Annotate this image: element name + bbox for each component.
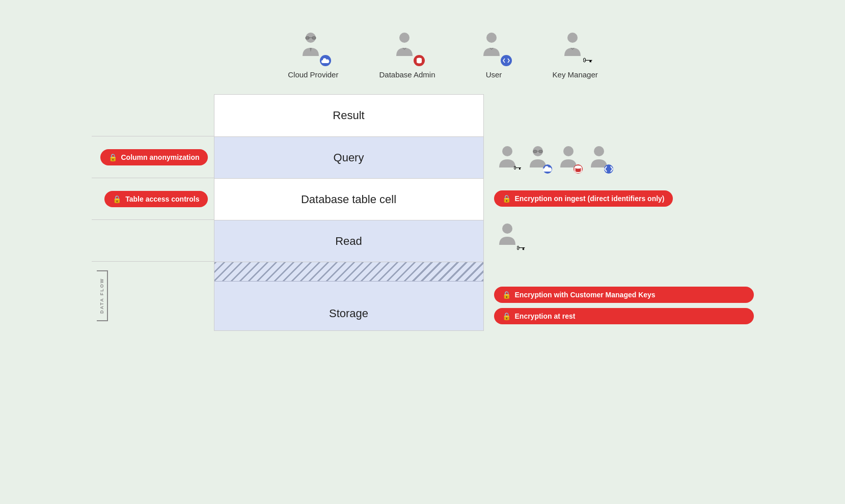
encryption-at-rest-label: Encryption at rest — [515, 312, 576, 320]
diagram-container: Cloud Provider Database Admin — [92, 31, 754, 473]
result-label: Result — [333, 109, 364, 122]
encryption-at-rest-badge: 🔒 Encryption at rest — [494, 308, 754, 324]
left-read — [92, 219, 214, 261]
dataflow-bracket: DATA FLOW — [97, 262, 108, 330]
persona-key-manager: 🗝 Key Manager — [553, 31, 598, 79]
table-access-label: Table access controls — [125, 195, 199, 203]
center-storage: Storage — [214, 262, 483, 330]
svg-rect-2 — [312, 37, 316, 39]
persona-cloud-provider: Cloud Provider — [288, 31, 338, 79]
svg-point-14 — [575, 165, 581, 169]
query-persona-code — [586, 144, 612, 174]
read-persona-key: 🗝 — [494, 221, 525, 255]
read-label: Read — [335, 235, 362, 248]
table-access-badge: 🔒 Table access controls — [104, 191, 207, 207]
left-result — [92, 94, 214, 136]
query-persona-cloud — [525, 144, 551, 174]
right-storage: 🔒 Encryption with Customer Managed Keys … — [494, 261, 754, 330]
encryption-ingest-label: Encryption on ingest (direct identifiers… — [515, 194, 665, 203]
persona-cloud-provider-icon — [295, 31, 331, 66]
encryption-customer-keys-label: Encryption with Customer Managed Keys — [515, 291, 656, 299]
svg-point-13 — [563, 146, 574, 156]
left-storage: DATA FLOW — [92, 261, 214, 330]
query-persona-key: 🗝 — [494, 144, 521, 174]
persona-key-manager-label: Key Manager — [553, 70, 598, 79]
dataflow-label: DATA FLOW — [97, 270, 108, 321]
dbcell-label: Database table cell — [301, 193, 396, 206]
diagram-rows: 🔒 Column anonymization 🔒 Table access co… — [92, 94, 754, 331]
right-query: 🗝 — [494, 136, 754, 178]
center-dbcell: Database table cell — [214, 178, 483, 220]
encryption-ingest-badge: 🔒 Encryption on ingest (direct identifie… — [494, 190, 673, 207]
column-anonymization-label: Column anonymization — [121, 153, 200, 161]
svg-point-15 — [594, 146, 604, 156]
svg-point-6 — [486, 33, 497, 43]
left-dbcell: 🔒 Table access controls — [92, 178, 214, 219]
svg-rect-1 — [306, 37, 309, 39]
query-label: Query — [334, 151, 364, 164]
svg-rect-11 — [539, 150, 542, 153]
lock-icon-col: 🔒 — [108, 153, 117, 161]
left-col: 🔒 Column anonymization 🔒 Table access co… — [92, 94, 214, 331]
key-badge: 🗝 — [583, 54, 593, 66]
right-dbcell: 🔒 Encryption on ingest (direct identifie… — [494, 178, 754, 219]
center-col: Result Query Database table cell Read St… — [214, 94, 484, 331]
persona-user-icon — [476, 31, 512, 66]
svg-point-8 — [502, 146, 512, 156]
persona-db-admin-icon — [389, 31, 425, 66]
center-query: Query — [214, 136, 483, 178]
right-col: 🗝 — [484, 94, 754, 331]
svg-point-7 — [567, 33, 578, 43]
lock-icon-ingest: 🔒 — [502, 194, 511, 203]
hatch-overlay — [214, 262, 483, 282]
personas-top: Cloud Provider Database Admin — [92, 31, 754, 79]
encryption-customer-keys-badge: 🔒 Encryption with Customer Managed Keys — [494, 287, 754, 303]
db-badge — [414, 55, 425, 66]
svg-point-16 — [502, 223, 512, 234]
storage-label: Storage — [329, 307, 368, 320]
svg-point-4 — [399, 33, 410, 43]
code-badge — [501, 55, 512, 66]
right-result — [494, 94, 754, 136]
lock-icon-cmk: 🔒 — [502, 291, 511, 299]
query-persona-db — [555, 144, 582, 174]
persona-user-label: User — [486, 70, 502, 79]
left-query: 🔒 Column anonymization — [92, 136, 214, 178]
persona-user: User — [476, 31, 512, 79]
persona-cloud-provider-label: Cloud Provider — [288, 70, 338, 79]
query-personas: 🗝 — [494, 139, 612, 174]
persona-db-admin: Database Admin — [379, 31, 435, 79]
cloud-badge — [320, 55, 331, 66]
lock-icon-rest: 🔒 — [502, 312, 511, 320]
lock-icon-table: 🔒 — [113, 195, 121, 203]
center-read: Read — [214, 220, 483, 262]
svg-rect-10 — [533, 150, 537, 153]
column-anonymization-badge: 🔒 Column anonymization — [100, 149, 208, 165]
center-result: Result — [214, 95, 483, 136]
persona-db-admin-label: Database Admin — [379, 70, 435, 79]
right-read: 🗝 — [494, 219, 754, 261]
persona-key-manager-icon: 🗝 — [557, 31, 593, 66]
